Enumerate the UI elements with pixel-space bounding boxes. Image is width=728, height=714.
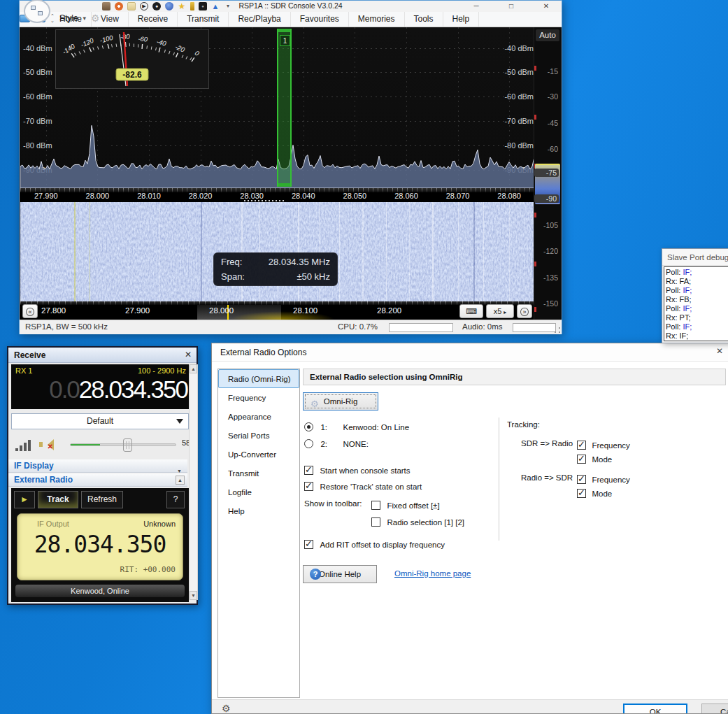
radio-unselected-icon[interactable] (304, 439, 313, 448)
volume-thumb[interactable] (123, 438, 132, 452)
close-icon[interactable]: ✕ (713, 346, 726, 359)
volume-slider[interactable] (70, 443, 176, 446)
check-sdr-radio-mode[interactable]: Mode (577, 452, 612, 465)
sdr-to-radio-label: SDR => Radio (521, 439, 573, 448)
checkbox-checked-icon[interactable] (304, 540, 313, 549)
audio-levels-icon[interactable] (15, 438, 32, 451)
sidebar-item-appearance[interactable]: Appearance (218, 407, 299, 426)
filter-cap (278, 183, 290, 187)
spectrum-display[interactable]: -40 dBm -50 dBm -60 dBm -70 dBm -80 dBm … (20, 27, 535, 188)
sidebar-item-transmit[interactable]: Transmit (218, 464, 299, 483)
help-button[interactable]: ? (166, 491, 185, 508)
checkbox-checked-icon[interactable] (577, 489, 586, 498)
sidebar-item-serial-ports[interactable]: Serial Ports (218, 426, 299, 445)
tab-home[interactable]: Home (50, 12, 92, 27)
svg-text:-120: -120 (80, 36, 95, 49)
checkbox-unchecked-icon[interactable] (371, 517, 380, 527)
track-button[interactable]: Track (38, 491, 78, 508)
rig2-radio[interactable]: 2: NONE: (304, 437, 369, 450)
cancel-button[interactable]: Cancel (701, 704, 728, 714)
svg-text:-20: -20 (174, 43, 187, 54)
scroll-up-icon[interactable]: ▲ (190, 364, 197, 373)
check-sdr-radio-frequency[interactable]: Frequency (577, 438, 630, 451)
tab-rec-playback[interactable]: Rec/Playba (229, 12, 290, 27)
sidebar-item-logfile[interactable]: Logfile (218, 483, 299, 501)
checkbox-checked-icon[interactable] (577, 455, 586, 464)
tab-view[interactable]: View (92, 12, 129, 27)
section-external-radio[interactable]: External Radio ▲ (8, 473, 187, 487)
refresh-button[interactable]: Refresh (81, 491, 123, 508)
panel-scrollbar[interactable]: ▲ ▼ (189, 364, 198, 600)
rx-filter-band[interactable]: 1 (277, 29, 292, 187)
tab-receive[interactable]: Receive (129, 12, 178, 27)
sidebar-item-help[interactable]: Help (218, 501, 299, 520)
check-add-rit[interactable]: Add RIT offset to display frequency (304, 538, 445, 550)
keyboard-entry-button[interactable]: ⌨ (459, 304, 483, 318)
settings-gear-icon[interactable]: ⚙ (222, 703, 231, 714)
checkbox-checked-icon[interactable] (577, 475, 586, 484)
nav-right-button[interactable]: » (517, 304, 532, 318)
minimize-button[interactable]: ─ (461, 1, 492, 11)
application-menu-button[interactable] (24, 0, 50, 23)
frequency-navigator[interactable]: « 27.800 27.900 28.000 28.100 28.200 ⌨ x… (20, 301, 535, 320)
omnirig-home-link[interactable]: Omni-Rig home page (394, 569, 471, 578)
close-button[interactable]: ✕ (531, 1, 562, 11)
radio-selected-icon[interactable] (304, 422, 313, 431)
mode-dropdown[interactable]: Default (11, 413, 189, 429)
online-help-button[interactable]: ? Online Help (303, 565, 377, 583)
checkbox-checked-icon[interactable] (577, 441, 586, 450)
tuned-frequency[interactable]: 0.028.034.350 (11, 376, 187, 404)
external-radio-options-dialog: External Radio Options ✕ Radio (Omni-Rig… (211, 343, 728, 714)
tab-favourites[interactable]: Favourites (291, 12, 349, 27)
cal-mark (534, 307, 536, 312)
checkbox-unchecked-icon[interactable] (371, 501, 380, 510)
checkbox-checked-icon[interactable] (304, 466, 313, 475)
lcd-frequency: 28.034.350 (17, 531, 183, 558)
tune-arrow-button[interactable]: ► (14, 491, 35, 508)
freq-tick: 28.040 (278, 192, 329, 201)
zoom-button[interactable]: x5 ▸ (486, 304, 514, 318)
frequency-display[interactable]: RX 1 100 - 2900 Hz 0.028.034.350 (11, 364, 189, 409)
ok-button[interactable]: OK (623, 704, 687, 714)
tab-transmit[interactable]: Transmit (178, 12, 229, 27)
rig1-label: Kenwood: On Line (343, 423, 410, 431)
gain-tick: -90 (534, 194, 559, 203)
gear-icon: ⚙ (311, 396, 319, 413)
freq-tick: 28.080 (483, 192, 535, 201)
check-start-console[interactable]: Start when console starts (304, 464, 411, 476)
scroll-down-icon[interactable]: ▼ (190, 591, 197, 600)
sidebar-item-up-converter[interactable]: Up-Converter (218, 445, 299, 464)
checkbox-checked-icon[interactable] (304, 482, 313, 491)
check-radio-selection[interactable]: Radio selection [1] [2] (371, 515, 464, 528)
radio-connection-status: Kenwood, Online (15, 585, 185, 597)
check-radio-sdr-mode[interactable]: Mode (577, 487, 612, 499)
tab-help[interactable]: Help (443, 12, 480, 27)
tab-memories[interactable]: Memories (349, 12, 405, 27)
gain-scale[interactable]: Auto -15 -30 -45 -60 -75 -90 -105 -120 -… (534, 27, 561, 320)
spectrum-frequency-scale[interactable]: 27.990 28.000 28.010 28.020 28.030 28.04… (20, 188, 535, 202)
scroll-up-icon[interactable]: ▲ (176, 476, 185, 485)
rig1-radio[interactable]: 1: Kenwood: On Line (304, 420, 409, 433)
check-restore-track[interactable]: Restore 'Track' state on start (304, 480, 422, 492)
section-if-display[interactable]: IF Display ▼ (8, 459, 187, 473)
check-radio-sdr-frequency[interactable]: Frequency (577, 473, 630, 485)
tab-tools[interactable]: Tools (405, 12, 443, 27)
nav-left-button[interactable]: « (22, 304, 38, 318)
gain-tick: -135 (534, 273, 558, 282)
close-icon[interactable]: ✕ (183, 350, 194, 361)
maximize-button[interactable]: □ (496, 1, 527, 11)
resize-grip[interactable] (554, 327, 560, 333)
waterfall-display[interactable]: Freq: 28.034.35 MHz Span: ±50 kHz (20, 202, 535, 301)
sidebar-item-frequency[interactable]: Frequency (218, 388, 299, 407)
gain-auto-button[interactable]: Auto (536, 29, 559, 41)
omnirig-button[interactable]: ⚙ Omni-Rig (303, 392, 378, 410)
gain-tick: -60 (534, 145, 558, 153)
check-fixed-offset[interactable]: Fixed offset [±] (371, 499, 440, 511)
gain-tick: -150 (534, 299, 558, 308)
mute-speaker-icon[interactable]: ✕ (39, 438, 53, 450)
waterfall-streak (483, 202, 484, 301)
debug-log-list[interactable]: Poll: IF; Rx: FA; Poll: IF; Rx: FB; Poll… (664, 266, 728, 341)
tooltip-span-value: ±50 kHz (297, 271, 330, 282)
waterfall-streak (278, 202, 278, 301)
sidebar-item-radio-omnirig[interactable]: Radio (Omni-Rig) (218, 369, 299, 388)
